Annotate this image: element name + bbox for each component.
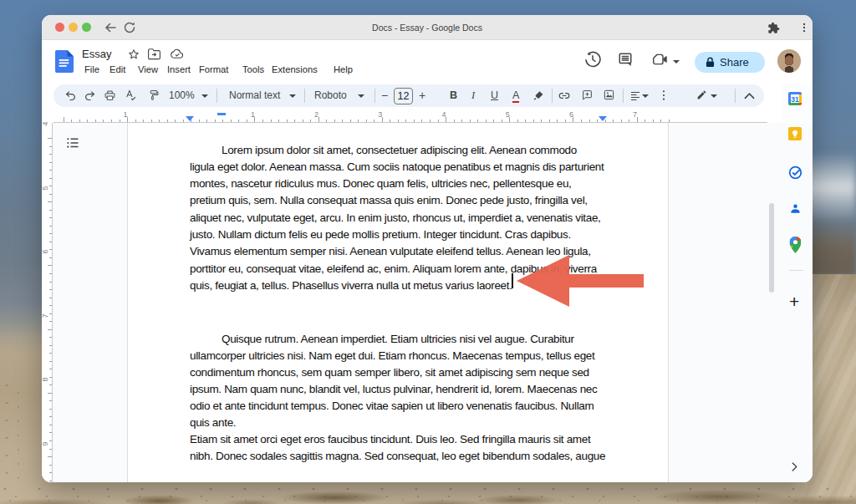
svg-text:31: 31: [791, 95, 799, 104]
